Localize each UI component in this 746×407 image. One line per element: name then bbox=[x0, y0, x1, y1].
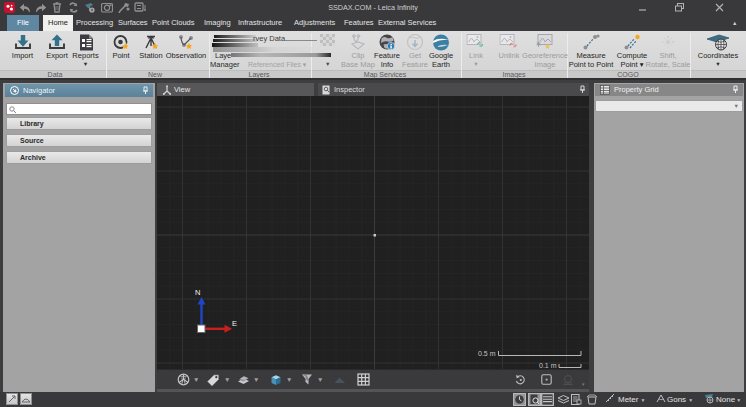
svg-text:0.1 m: 0.1 m bbox=[539, 362, 557, 369]
svg-text:0.5 m: 0.5 m bbox=[478, 350, 496, 357]
svg-text:E: E bbox=[232, 319, 237, 328]
svg-text:N: N bbox=[195, 288, 200, 297]
